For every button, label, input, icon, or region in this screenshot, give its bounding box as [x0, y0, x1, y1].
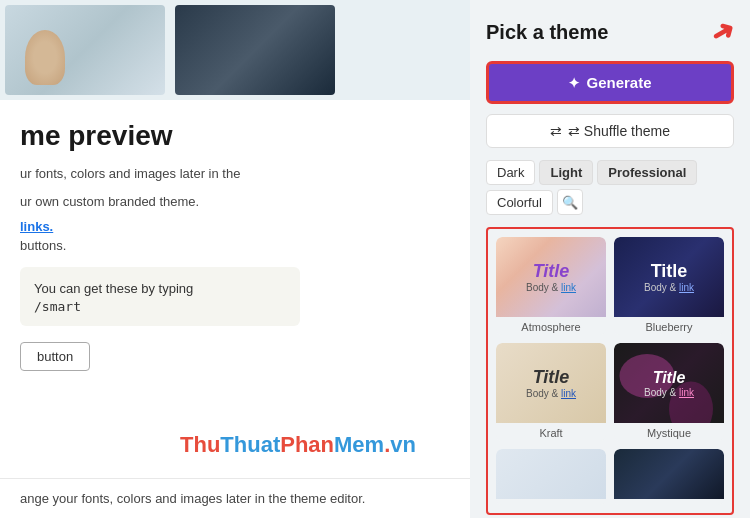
theme-kraft-title: Title [533, 367, 570, 388]
right-panel: Pick a theme ➜ ✦ Generate ⇄ ⇄ Shuffle th… [470, 0, 750, 518]
shuffle-icon: ⇄ [550, 123, 562, 139]
shuffle-label: ⇄ Shuffle theme [568, 123, 670, 139]
preview-images [0, 0, 470, 100]
preview-box-text: You can get these by typing [34, 279, 286, 299]
themes-grid: Title Body & link Atmosphere Title Body … [486, 227, 734, 515]
preview-button[interactable]: button [20, 342, 90, 371]
theme-item-partial-1[interactable] [496, 449, 606, 505]
preview-body-2: ur own custom branded theme. [20, 192, 450, 212]
arrow-icon: ➜ [704, 12, 740, 52]
theme-myst-body: Body & link [644, 387, 694, 398]
preview-link-buttons: buttons. [20, 238, 450, 253]
theme-item-atmosphere[interactable]: Title Body & link Atmosphere [496, 237, 606, 335]
theme-myst-link: link [679, 387, 694, 398]
theme-item-blueberry[interactable]: Title Body & link Blueberry [614, 237, 724, 335]
filter-tab-professional[interactable]: Professional [597, 160, 697, 185]
theme-label-partial-1 [496, 499, 606, 505]
preview-image-2 [175, 5, 335, 95]
theme-bb-link: link [679, 282, 694, 293]
theme-label-mystique: Mystique [614, 423, 724, 441]
panel-header: Pick a theme ➜ [486, 16, 734, 49]
preview-link[interactable]: links. [20, 219, 450, 234]
filter-tab-light[interactable]: Light [539, 160, 593, 185]
theme-label-partial-2 [614, 499, 724, 505]
generate-button[interactable]: ✦ Generate [486, 61, 734, 104]
theme-label-kraft: Kraft [496, 423, 606, 441]
theme-item-partial-2[interactable] [614, 449, 724, 505]
preview-title: me preview [20, 120, 450, 152]
theme-card-kraft: Title Body & link [496, 343, 606, 423]
preview-content: me preview ur fonts, colors and images l… [0, 100, 470, 391]
theme-item-mystique[interactable]: Title Body & link Mystique [614, 343, 724, 441]
shuffle-button[interactable]: ⇄ ⇄ Shuffle theme [486, 114, 734, 148]
filter-tabs: Dark Light Professional Colorful 🔍 [486, 160, 734, 215]
theme-label-atmosphere: Atmosphere [496, 317, 606, 335]
preview-footer: ange your fonts, colors and images later… [0, 478, 470, 518]
theme-atm-title: Title [533, 261, 570, 282]
theme-card-partial-1 [496, 449, 606, 499]
theme-atm-body: Body & link [526, 282, 576, 293]
theme-card-atmosphere: Title Body & link [496, 237, 606, 317]
wm-mem: Mem [334, 432, 384, 457]
watermark: ThuThuatPhanMem.vn [180, 432, 416, 458]
preview-body-1: ur fonts, colors and images later in the [20, 164, 450, 184]
preview-image-1 [5, 5, 165, 95]
preview-box-code: /smart [34, 299, 286, 314]
theme-kraft-body: Body & link [526, 388, 576, 399]
theme-label-blueberry: Blueberry [614, 317, 724, 335]
wm-vn: vn [390, 432, 416, 457]
filter-search-button[interactable]: 🔍 [557, 189, 583, 215]
wm-thu: Thu [180, 432, 220, 457]
wm-phan: Phan [280, 432, 334, 457]
theme-card-mystique: Title Body & link [614, 343, 724, 423]
preview-smart-box: You can get these by typing /smart [20, 267, 300, 326]
theme-card-blueberry: Title Body & link [614, 237, 724, 317]
theme-bb-title: Title [651, 261, 688, 282]
theme-myst-title: Title [653, 369, 686, 387]
theme-card-partial-2 [614, 449, 724, 499]
theme-item-kraft[interactable]: Title Body & link Kraft [496, 343, 606, 441]
theme-bb-body: Body & link [644, 282, 694, 293]
filter-tab-colorful[interactable]: Colorful [486, 190, 553, 215]
filter-tab-dark[interactable]: Dark [486, 160, 535, 185]
generate-icon: ✦ [568, 75, 580, 91]
generate-label: Generate [586, 74, 651, 91]
panel-title: Pick a theme [486, 21, 608, 44]
theme-kraft-link: link [561, 388, 576, 399]
wm-thuat: Thuat [220, 432, 280, 457]
theme-atm-link: link [561, 282, 576, 293]
